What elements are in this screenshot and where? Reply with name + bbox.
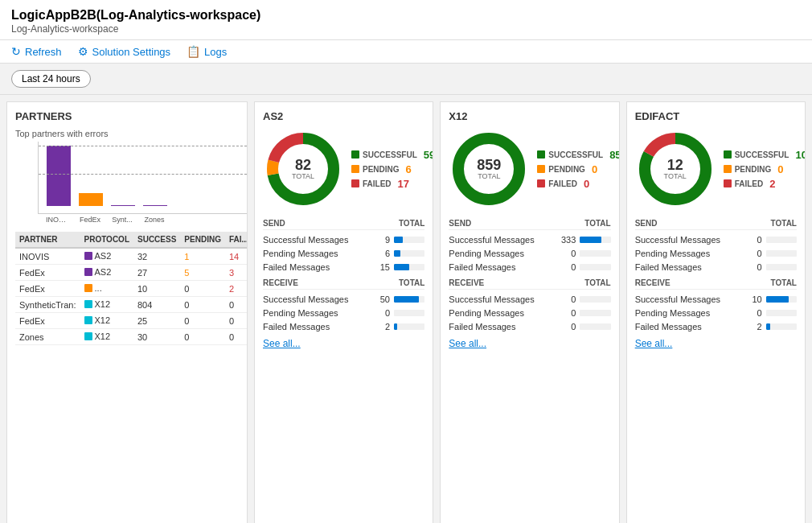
protocol-title-as2: AS2 [263,110,424,122]
legend-dot [724,179,732,187]
refresh-icon: ↻ [11,45,21,58]
legend-item: PENDING0 [724,163,806,175]
partner-failed: 3 [225,265,248,281]
message-row: Failed Messages 0 [449,322,610,332]
partner-pending: 0 [180,329,225,345]
section-type-label: SEND [635,219,658,228]
message-value: 0 [740,235,762,245]
message-label: Pending Messages [263,308,367,318]
partners-panel: PARTNERS Top partners with errors 14 7 0… [6,101,248,523]
see-all-link-edifact[interactable]: See all... [635,338,797,349]
protocol-dot [84,300,92,308]
legend-value: 859 [609,149,620,161]
see-all-link-as2[interactable]: See all... [263,338,424,349]
partner-name: FedEx [15,265,80,281]
see-all-link-x12[interactable]: See all... [449,338,610,349]
donut-chart: 12TOTAL [635,129,716,209]
table-row[interactable]: SyntheticTran: X12 804 0 0 [15,297,248,313]
partner-name: INOVIS [15,248,80,265]
legend-dot [724,150,732,159]
message-bar-wrap [766,264,797,270]
col-success: SUCCESS [133,232,180,248]
partner-protocol: AS2 [80,248,133,265]
donut-label: TOTAL [292,172,314,180]
table-row[interactable]: Zones X12 30 0 0 [15,329,248,345]
message-bar-wrap [766,310,797,316]
legend-value: 59 [424,149,434,161]
message-label: Failed Messages [263,262,367,272]
message-value: 50 [367,294,390,304]
message-bar-wrap [394,237,424,243]
legend-value: 2 [769,178,775,190]
message-bar-wrap [580,237,610,243]
message-bar [394,237,403,243]
legend-item: FAILED17 [351,178,433,190]
message-label: Failed Messages [263,322,367,332]
legend-item: SUCCESSFUL59 [351,149,433,161]
partner-success: 27 [133,265,180,281]
message-label: Successful Messages [263,294,367,304]
donut-total: 82 [292,158,314,172]
partner-name: SyntheticTran: [15,297,80,313]
section-type-label: SEND [263,219,285,228]
message-value: 0 [367,308,390,318]
donut-legend: SUCCESSFUL859PENDING0FAILED0 [537,149,619,190]
message-value: 333 [553,235,576,245]
protocol-dot [84,268,92,276]
message-value: 0 [740,262,762,272]
message-label: Pending Messages [449,308,553,318]
donut-total: 12 [664,158,687,172]
partner-success: 10 [133,281,180,297]
legend-value: 10 [795,149,806,161]
refresh-button[interactable]: ↻ Refresh [11,45,62,58]
message-bar-wrap [580,250,610,257]
section-total-label: TOTAL [584,219,610,228]
partner-pending: 5 [180,265,225,281]
solution-settings-button[interactable]: ⚙ Solution Settings [78,45,171,58]
table-row[interactable]: FedEx ... 10 0 2 [15,281,248,297]
partner-pending: 0 [180,313,225,329]
table-row[interactable]: FedEx AS2 27 5 3 [15,265,248,281]
section-type-label: RECEIVE [635,278,671,287]
time-filter-button[interactable]: Last 24 hours [11,70,91,88]
message-row: Pending Messages 0 [449,249,610,258]
col-partner: PARTNER [15,232,80,248]
legend-name: FAILED [735,179,764,188]
logs-icon: 📋 [187,45,200,58]
legend-value: 0 [777,163,783,175]
message-bar-wrap [580,323,610,330]
message-row: Successful Messages 333 [449,235,610,245]
message-label: Failed Messages [449,262,553,272]
donut-total: 859 [477,158,501,172]
section-type-label: SEND [449,219,471,228]
message-value: 10 [740,294,762,304]
legend-name: PENDING [548,165,585,174]
legend-dot [537,150,545,159]
page-title: LogicAppB2B(Log-Analytics-workspace) [11,8,801,23]
message-value: 0 [740,249,762,258]
section-total-label: TOTAL [771,278,797,287]
protocol-dot [84,284,92,292]
legend-name: FAILED [363,179,392,188]
message-bar-wrap [766,323,797,330]
legend-item: SUCCESSFUL10 [724,149,806,161]
donut-center: 12TOTAL [664,158,687,180]
message-label: Successful Messages [263,235,367,245]
partner-failed: 14 [225,248,248,265]
message-row: Successful Messages 10 [635,294,797,304]
message-bar-wrap [580,310,610,316]
protocol-dot [84,316,92,324]
section-type-label: RECEIVE [263,278,298,287]
message-bar-wrap [394,310,424,316]
logs-button[interactable]: 📋 Logs [187,45,227,58]
message-label: Pending Messages [635,308,740,318]
protocol-panel-edifact: EDIFACT12TOTALSUCCESSFUL10PENDING0FAILED… [626,101,806,523]
table-row[interactable]: FedEx X12 25 0 0 [15,313,248,329]
section-header: RECEIVETOTAL [263,278,424,290]
table-row[interactable]: INOVIS AS2 32 1 14 [15,248,248,265]
chart-title: Top partners with errors [15,129,239,138]
message-value: 0 [553,294,576,304]
message-value: 2 [367,322,390,332]
protocol-title-edifact: EDIFACT [635,110,797,122]
message-label: Successful Messages [635,235,740,245]
